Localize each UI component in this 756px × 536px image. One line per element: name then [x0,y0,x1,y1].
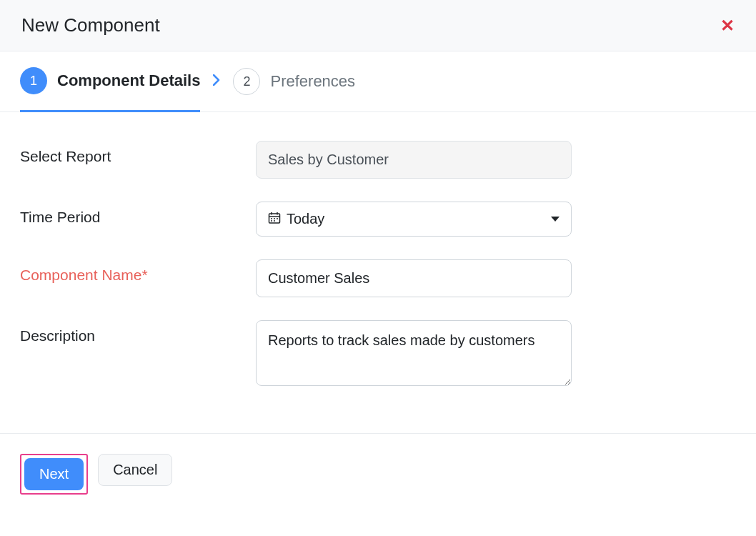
step-label-1: Component Details [57,71,200,90]
svg-point-8 [274,220,275,222]
row-time-period: Time Period [20,202,736,237]
close-icon[interactable]: ✕ [720,17,735,34]
step-preferences[interactable]: 2 Preferences [233,68,355,111]
next-highlight: Next [20,454,88,495]
row-description: Description [20,320,736,389]
dialog-title: New Component [21,14,160,36]
step-number-2: 2 [233,68,260,95]
step-number-1: 1 [20,67,47,94]
component-name-input[interactable] [256,259,572,297]
svg-point-5 [274,218,275,219]
svg-point-6 [277,218,278,219]
time-period-value: Today [287,211,324,227]
label-time-period: Time Period [20,202,256,226]
row-select-report: Select Report Sales by Customer [20,141,736,179]
step-component-details[interactable]: 1 Component Details [20,67,200,112]
svg-point-7 [271,220,272,222]
calendar-icon [268,212,281,227]
label-component-name: Component Name* [20,259,256,284]
caret-down-icon [551,217,559,222]
dialog-footer: Next Cancel [0,433,756,515]
next-button[interactable]: Next [24,458,84,490]
dialog-header: New Component ✕ [0,0,756,51]
step-label-2: Preferences [270,72,355,91]
label-description: Description [20,320,256,344]
cancel-button[interactable]: Cancel [98,454,172,486]
label-select-report: Select Report [20,141,256,165]
form-area: Select Report Sales by Customer Time Per… [0,112,756,433]
description-textarea[interactable] [256,320,572,386]
chevron-right-icon [213,74,220,105]
time-period-select[interactable]: Today [256,202,572,237]
row-component-name: Component Name* [20,259,736,297]
svg-point-4 [271,218,272,219]
wizard-steps: 1 Component Details 2 Preferences [0,51,756,112]
select-report-field[interactable]: Sales by Customer [256,141,572,179]
